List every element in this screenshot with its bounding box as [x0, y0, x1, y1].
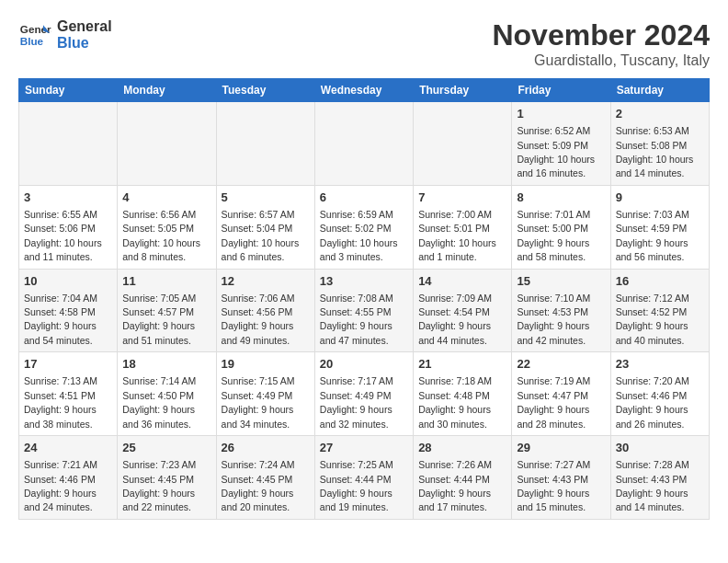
- day-info: Sunrise: 7:28 AM Sunset: 4:43 PM Dayligh…: [616, 459, 689, 512]
- calendar-day-cell: 21Sunrise: 7:18 AM Sunset: 4:48 PM Dayli…: [414, 352, 512, 436]
- day-info: Sunrise: 7:09 AM Sunset: 4:54 PM Dayligh…: [418, 293, 492, 346]
- calendar-day-cell: 16Sunrise: 7:12 AM Sunset: 4:52 PM Dayli…: [610, 269, 709, 352]
- calendar-day-cell: [19, 102, 118, 186]
- day-info: Sunrise: 7:00 AM Sunset: 5:01 PM Dayligh…: [418, 209, 496, 262]
- day-info: Sunrise: 7:24 AM Sunset: 4:45 PM Dayligh…: [222, 459, 295, 512]
- day-info: Sunrise: 7:10 AM Sunset: 4:53 PM Dayligh…: [517, 293, 590, 346]
- day-number: 22: [517, 356, 605, 373]
- calendar-day-cell: 24Sunrise: 7:21 AM Sunset: 4:46 PM Dayli…: [19, 436, 118, 520]
- day-info: Sunrise: 7:12 AM Sunset: 4:52 PM Dayligh…: [616, 293, 689, 346]
- weekday-header-cell: Wednesday: [314, 79, 413, 102]
- day-number: 20: [320, 356, 408, 373]
- calendar-week-row: 1Sunrise: 6:52 AM Sunset: 5:09 PM Daylig…: [19, 102, 710, 186]
- day-number: 1: [517, 106, 605, 122]
- weekday-header-cell: Tuesday: [216, 79, 314, 102]
- calendar-day-cell: 10Sunrise: 7:04 AM Sunset: 4:58 PM Dayli…: [19, 269, 118, 352]
- calendar-day-cell: 17Sunrise: 7:13 AM Sunset: 4:51 PM Dayli…: [19, 352, 118, 436]
- svg-text:Blue: Blue: [20, 35, 44, 47]
- day-number: 21: [418, 356, 506, 373]
- day-number: 14: [418, 273, 506, 290]
- calendar-day-cell: 20Sunrise: 7:17 AM Sunset: 4:49 PM Dayli…: [314, 352, 413, 436]
- calendar-day-cell: 28Sunrise: 7:26 AM Sunset: 4:44 PM Dayli…: [414, 436, 512, 520]
- day-info: Sunrise: 7:06 AM Sunset: 4:56 PM Dayligh…: [222, 293, 295, 346]
- calendar-day-cell: 2Sunrise: 6:53 AM Sunset: 5:08 PM Daylig…: [610, 102, 709, 186]
- calendar-day-cell: 5Sunrise: 6:57 AM Sunset: 5:04 PM Daylig…: [216, 185, 314, 269]
- calendar-day-cell: 30Sunrise: 7:28 AM Sunset: 4:43 PM Dayli…: [610, 436, 709, 520]
- day-number: 27: [320, 440, 408, 456]
- calendar-body: 1Sunrise: 6:52 AM Sunset: 5:09 PM Daylig…: [19, 102, 710, 520]
- calendar-day-cell: 9Sunrise: 7:03 AM Sunset: 4:59 PM Daylig…: [610, 185, 709, 269]
- day-number: 6: [320, 190, 408, 206]
- day-number: 5: [222, 190, 310, 206]
- day-info: Sunrise: 6:56 AM Sunset: 5:05 PM Dayligh…: [122, 209, 200, 262]
- day-info: Sunrise: 6:59 AM Sunset: 5:02 PM Dayligh…: [320, 209, 398, 262]
- weekday-header-cell: Thursday: [414, 79, 512, 102]
- calendar-day-cell: [414, 102, 512, 186]
- calendar-day-cell: 26Sunrise: 7:24 AM Sunset: 4:45 PM Dayli…: [216, 436, 314, 520]
- day-info: Sunrise: 6:57 AM Sunset: 5:04 PM Dayligh…: [222, 209, 300, 262]
- day-number: 8: [517, 190, 605, 206]
- day-info: Sunrise: 6:55 AM Sunset: 5:06 PM Dayligh…: [24, 209, 102, 262]
- day-info: Sunrise: 7:18 AM Sunset: 4:48 PM Dayligh…: [418, 375, 492, 429]
- calendar-day-cell: 14Sunrise: 7:09 AM Sunset: 4:54 PM Dayli…: [414, 269, 512, 352]
- day-number: 2: [616, 106, 704, 122]
- calendar-day-cell: 25Sunrise: 7:23 AM Sunset: 4:45 PM Dayli…: [118, 436, 216, 520]
- weekday-header-row: SundayMondayTuesdayWednesdayThursdayFrid…: [19, 79, 710, 102]
- day-number: 23: [616, 356, 704, 373]
- day-info: Sunrise: 7:19 AM Sunset: 4:47 PM Dayligh…: [517, 375, 590, 429]
- calendar-day-cell: 6Sunrise: 6:59 AM Sunset: 5:02 PM Daylig…: [314, 185, 413, 269]
- day-info: Sunrise: 7:23 AM Sunset: 4:45 PM Dayligh…: [122, 459, 196, 512]
- day-number: 9: [616, 190, 704, 206]
- day-info: Sunrise: 7:13 AM Sunset: 4:51 PM Dayligh…: [24, 375, 97, 429]
- weekday-header-cell: Saturday: [610, 79, 709, 102]
- calendar-day-cell: [118, 102, 216, 186]
- day-info: Sunrise: 7:20 AM Sunset: 4:46 PM Dayligh…: [616, 375, 689, 429]
- weekday-header-cell: Friday: [512, 79, 610, 102]
- calendar-day-cell: 23Sunrise: 7:20 AM Sunset: 4:46 PM Dayli…: [610, 352, 709, 436]
- day-info: Sunrise: 7:26 AM Sunset: 4:44 PM Dayligh…: [418, 459, 492, 512]
- day-number: 10: [24, 273, 112, 290]
- day-info: Sunrise: 6:52 AM Sunset: 5:09 PM Dayligh…: [517, 125, 595, 178]
- day-number: 19: [222, 356, 310, 373]
- day-number: 12: [222, 273, 310, 290]
- calendar-week-row: 10Sunrise: 7:04 AM Sunset: 4:58 PM Dayli…: [19, 269, 710, 352]
- calendar-day-cell: 11Sunrise: 7:05 AM Sunset: 4:57 PM Dayli…: [118, 269, 216, 352]
- calendar-day-cell: 1Sunrise: 6:52 AM Sunset: 5:09 PM Daylig…: [512, 102, 610, 186]
- location-subtitle: Guardistallo, Tuscany, Italy: [492, 52, 710, 69]
- calendar-day-cell: 22Sunrise: 7:19 AM Sunset: 4:47 PM Dayli…: [512, 352, 610, 436]
- day-info: Sunrise: 7:14 AM Sunset: 4:50 PM Dayligh…: [122, 375, 196, 429]
- day-info: Sunrise: 7:25 AM Sunset: 4:44 PM Dayligh…: [320, 459, 393, 512]
- day-number: 26: [222, 440, 310, 456]
- page-header: General Blue General Blue November 2024 …: [18, 18, 710, 69]
- calendar-week-row: 24Sunrise: 7:21 AM Sunset: 4:46 PM Dayli…: [19, 436, 710, 520]
- svg-text:General: General: [20, 23, 51, 35]
- month-title: November 2024: [492, 18, 710, 52]
- calendar-table: SundayMondayTuesdayWednesdayThursdayFrid…: [18, 78, 710, 520]
- calendar-day-cell: 29Sunrise: 7:27 AM Sunset: 4:43 PM Dayli…: [512, 436, 610, 520]
- day-number: 17: [24, 356, 112, 373]
- calendar-day-cell: 4Sunrise: 6:56 AM Sunset: 5:05 PM Daylig…: [118, 185, 216, 269]
- day-info: Sunrise: 7:15 AM Sunset: 4:49 PM Dayligh…: [222, 375, 295, 429]
- calendar-week-row: 3Sunrise: 6:55 AM Sunset: 5:06 PM Daylig…: [19, 185, 710, 269]
- day-number: 28: [418, 440, 506, 456]
- day-number: 18: [122, 356, 210, 373]
- calendar-day-cell: 19Sunrise: 7:15 AM Sunset: 4:49 PM Dayli…: [216, 352, 314, 436]
- day-number: 16: [616, 273, 704, 290]
- day-info: Sunrise: 7:17 AM Sunset: 4:49 PM Dayligh…: [320, 375, 393, 429]
- day-number: 29: [517, 440, 605, 456]
- logo-text-general: General: [57, 18, 112, 35]
- day-number: 11: [122, 273, 210, 290]
- calendar-day-cell: 12Sunrise: 7:06 AM Sunset: 4:56 PM Dayli…: [216, 269, 314, 352]
- calendar-day-cell: 13Sunrise: 7:08 AM Sunset: 4:55 PM Dayli…: [314, 269, 413, 352]
- calendar-week-row: 17Sunrise: 7:13 AM Sunset: 4:51 PM Dayli…: [19, 352, 710, 436]
- calendar-day-cell: 15Sunrise: 7:10 AM Sunset: 4:53 PM Dayli…: [512, 269, 610, 352]
- calendar-day-cell: [314, 102, 413, 186]
- day-info: Sunrise: 7:01 AM Sunset: 5:00 PM Dayligh…: [517, 209, 590, 262]
- calendar-day-cell: 27Sunrise: 7:25 AM Sunset: 4:44 PM Dayli…: [314, 436, 413, 520]
- calendar-day-cell: 3Sunrise: 6:55 AM Sunset: 5:06 PM Daylig…: [19, 185, 118, 269]
- day-info: Sunrise: 7:21 AM Sunset: 4:46 PM Dayligh…: [24, 459, 97, 512]
- day-number: 30: [616, 440, 704, 456]
- day-number: 4: [122, 190, 210, 206]
- day-number: 3: [24, 190, 112, 206]
- day-info: Sunrise: 6:53 AM Sunset: 5:08 PM Dayligh…: [616, 125, 694, 178]
